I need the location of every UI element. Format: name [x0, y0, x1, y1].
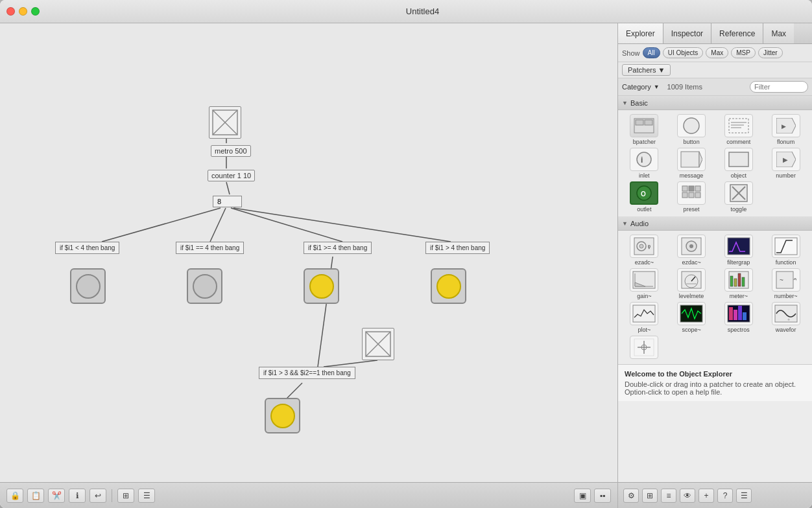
- obj-gain[interactable]: gain~: [622, 268, 667, 299]
- svg-line-3: [102, 208, 221, 242]
- clipboard-btn[interactable]: 📋: [27, 489, 44, 503]
- undo-btn[interactable]: ↩: [90, 489, 106, 503]
- if-object-1[interactable]: if $i1 < 4 then bang: [55, 242, 119, 254]
- obj-ezadc[interactable]: 🎙 ezadc~: [622, 235, 667, 266]
- svg-line-2: [226, 182, 230, 194]
- view-btn-2[interactable]: ▪▪: [594, 489, 611, 503]
- cut-btn[interactable]: ✂️: [48, 489, 65, 503]
- obj-toggle[interactable]: toggle: [717, 181, 761, 213]
- obj-scope[interactable]: scope~: [669, 302, 714, 333]
- filtergrap-icon: [724, 235, 753, 258]
- svg-rect-38: [682, 192, 687, 198]
- filter-jitter[interactable]: Jitter: [758, 47, 783, 58]
- bang-object-2[interactable]: [362, 328, 394, 360]
- filter-input[interactable]: [750, 81, 808, 93]
- obj-bpatcher[interactable]: bpatcher: [622, 114, 667, 145]
- obj-message[interactable]: message: [669, 148, 714, 179]
- obj-spectros[interactable]: spectros: [717, 302, 761, 333]
- patchers-button[interactable]: Patchers ▼: [622, 64, 671, 76]
- number-box[interactable]: 8: [213, 196, 242, 207]
- plot-icon: [630, 302, 658, 325]
- object-label: object: [731, 172, 746, 179]
- function-svg: [774, 237, 798, 255]
- preset-icon: [677, 181, 706, 205]
- toggle-1[interactable]: [70, 268, 106, 304]
- items-count: 1009 Items: [667, 83, 747, 91]
- object-icon: [724, 148, 753, 171]
- toggle-3[interactable]: [304, 268, 339, 304]
- obj-levelmete[interactable]: levelmete: [669, 268, 714, 299]
- scope-icon: [677, 302, 706, 325]
- obj-button[interactable]: button: [669, 114, 714, 145]
- maximize-button[interactable]: [31, 7, 40, 16]
- spectros-icon: [724, 302, 753, 325]
- toggle-5[interactable]: [265, 398, 300, 433]
- obj-ezdac[interactable]: ezdac~: [669, 235, 714, 266]
- info-btn[interactable]: ℹ: [69, 489, 86, 503]
- panel-gear-btn[interactable]: ⚙: [623, 489, 639, 503]
- panel-add-btn[interactable]: +: [699, 489, 714, 503]
- panel-help-btn[interactable]: ?: [717, 489, 733, 503]
- if-object-5[interactable]: if $i1 > 3 && $i2==1 then bang: [259, 367, 355, 379]
- obj-filtergrap[interactable]: filtergrap: [717, 235, 761, 266]
- svg-rect-65: [742, 277, 745, 286]
- obj-function[interactable]: function: [763, 235, 808, 266]
- if-object-2[interactable]: if $i1 == 4 then bang: [176, 242, 244, 254]
- toggle-4[interactable]: [431, 268, 466, 304]
- obj-inlet[interactable]: i inlet: [622, 148, 667, 179]
- tab-reference[interactable]: Reference: [711, 23, 763, 43]
- tab-max[interactable]: Max: [763, 23, 794, 43]
- function-label: function: [776, 259, 796, 266]
- comment-icon: [724, 114, 753, 137]
- preset-svg: [681, 185, 702, 202]
- obj-plot[interactable]: plot~: [622, 302, 667, 333]
- filter-all[interactable]: All: [643, 47, 660, 58]
- canvas-area[interactable]: metro 500 counter 1 10 8 if $i1 < 4 then…: [0, 23, 617, 508]
- obj-wavefor[interactable]: + wavefor: [763, 302, 808, 333]
- tab-explorer[interactable]: Explorer: [618, 23, 663, 43]
- filter-max[interactable]: Max: [706, 47, 728, 58]
- minimize-button[interactable]: [19, 7, 27, 16]
- filter-ui[interactable]: UI Objects: [663, 47, 704, 58]
- svg-rect-36: [689, 186, 694, 191]
- obj-number[interactable]: ▶ number: [763, 148, 808, 179]
- counter-object[interactable]: counter 1 10: [208, 170, 255, 181]
- obj-meter[interactable]: meter~: [717, 268, 761, 299]
- panel-menu-btn[interactable]: ☰: [736, 489, 752, 503]
- comment-label: comment: [726, 139, 750, 145]
- if-object-3[interactable]: if $i1 >= 4 then bang: [304, 242, 372, 254]
- toggle-2[interactable]: [187, 268, 222, 304]
- tab-inspector[interactable]: Inspector: [663, 23, 711, 43]
- category-arrow[interactable]: ▼: [654, 84, 660, 90]
- panel-list-btn[interactable]: ≡: [661, 489, 676, 503]
- bang-object-1[interactable]: [209, 106, 241, 139]
- obj-flonum[interactable]: ▶ flonum: [763, 114, 808, 145]
- inlet-icon: i: [630, 148, 658, 171]
- basic-grid: bpatcher button: [618, 110, 812, 216]
- svg-text:+: +: [787, 318, 790, 322]
- panel-eye-btn[interactable]: 👁: [680, 489, 695, 503]
- if-object-4[interactable]: if $i1 > 4 then bang: [425, 242, 490, 254]
- panel-grid-btn[interactable]: ⊞: [642, 489, 658, 503]
- svg-text:▶: ▶: [782, 123, 786, 130]
- obj-comment[interactable]: comment: [717, 114, 761, 145]
- obj-number-tilde[interactable]: ~ number~: [763, 268, 808, 299]
- obj-crosshair[interactable]: [622, 336, 667, 360]
- toggle-circle-inner-5: [270, 404, 295, 428]
- obj-preset[interactable]: preset: [669, 181, 714, 213]
- metro-object[interactable]: metro 500: [211, 145, 251, 157]
- basic-section-header[interactable]: ▼ Basic: [618, 96, 812, 110]
- svg-line-5: [231, 208, 342, 242]
- panel-tabs: Explorer Inspector Reference Max: [618, 23, 812, 44]
- view-btn-1[interactable]: ▣: [574, 489, 591, 503]
- lock-btn[interactable]: 🔒: [6, 489, 23, 503]
- grid-btn[interactable]: ⊞: [117, 489, 134, 503]
- filter-msp[interactable]: MSP: [731, 47, 756, 58]
- obj-object[interactable]: object: [717, 148, 761, 179]
- audio-section-header[interactable]: ▼ Audio: [618, 216, 812, 231]
- obj-outlet[interactable]: O outlet: [622, 181, 667, 213]
- close-button[interactable]: [6, 7, 15, 16]
- list-btn[interactable]: ☰: [138, 489, 155, 503]
- wavefor-label: wavefor: [776, 327, 796, 333]
- ezadc-svg: 🎙: [634, 237, 654, 255]
